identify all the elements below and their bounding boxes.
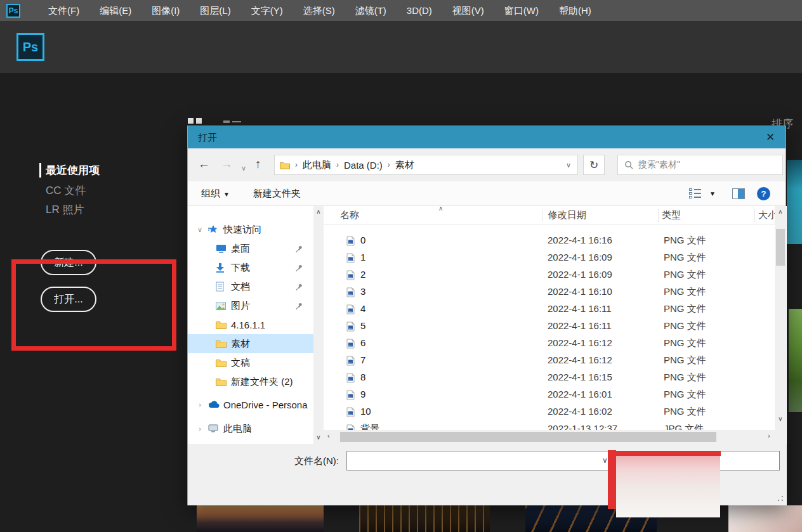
tree-item-material[interactable]: 素材 [188,334,313,353]
up-icon[interactable]: ↑ [255,156,261,172]
menu-item-7[interactable]: 3D(D) [397,0,442,21]
tree-item-downloads[interactable]: 下载 [188,258,313,277]
address-chevron-down-icon[interactable]: ∨ [566,161,571,169]
menu-item-6[interactable]: 滤镜(T) [345,0,397,21]
combo-chevron-down-icon[interactable]: ∨ [602,456,608,465]
column-headers: 名称 ∧ 修改日期 类型 大小 [324,206,775,225]
close-icon[interactable]: ✕ [758,126,783,148]
navigation-tree: ∨快速访问桌面下载文档图片4.16.1.1素材文稿新建文件夹 (2)›OneDr… [188,206,313,444]
list-scrollbar[interactable]: ∧ ∨ [775,206,786,430]
menu-item-9[interactable]: 窗口(W) [494,0,549,21]
file-row[interactable]: 72022-4-1 16:12PNG 文件 [324,353,775,370]
file-row[interactable]: 102022-4-1 16:02PNG 文件 [324,404,775,421]
chevron-right-icon[interactable]: › [195,425,204,432]
file-type: PNG 文件 [664,303,706,315]
tree-item-documents[interactable]: 文档 [188,277,313,296]
file-type: PNG 文件 [664,337,706,349]
file-name: 0 [360,235,365,245]
folder-icon [216,320,227,329]
grid-view-icon[interactable] [196,118,202,124]
tree-item-manuscripts[interactable]: 文稿 [188,353,313,372]
file-row[interactable]: 52022-4-1 16:11PNG 文件 [324,318,775,335]
scroll-down-icon[interactable]: ∨ [313,434,324,441]
search-input[interactable]: 搜索"素材" [617,155,783,175]
dialog-title: 打开 [198,126,217,148]
file-date: 2022-4-1 16:09 [548,269,612,280]
refresh-icon[interactable]: ↻ [583,155,605,175]
file-row[interactable]: 02022-4-1 16:16PNG 文件 [324,233,775,250]
breadcrumb-item-2[interactable]: 素材 [395,159,414,171]
list-view-icon[interactable] [232,121,241,122]
file-type: PNG 文件 [664,406,706,418]
scroll-up-icon[interactable]: ∧ [313,208,324,215]
new-folder-button[interactable]: 新建文件夹 [253,181,301,205]
file-date: 2022-4-1 16:01 [548,389,612,399]
tree-item-desktop[interactable]: 桌面 [188,239,313,258]
file-row[interactable]: 12022-4-1 16:09PNG 文件 [324,250,775,267]
preview-pane-icon[interactable] [732,188,745,199]
scroll-left-icon[interactable]: ‹ [327,432,330,439]
file-row[interactable]: 42022-4-1 16:11PNG 文件 [324,301,775,318]
column-type[interactable]: 类型 [662,209,681,221]
menu-item-10[interactable]: 帮助(H) [549,0,602,21]
file-row[interactable]: 32022-4-1 16:10PNG 文件 [324,284,775,301]
file-name: 9 [360,389,365,399]
breadcrumb[interactable]: ›此电脑›Data (D:)›素材 ∨ [274,155,578,175]
scrollbar-thumb[interactable] [776,229,785,266]
back-icon[interactable]: ← [198,156,210,172]
tree-scrollbar[interactable]: ∧ ∨ [313,206,324,444]
folder-icon [216,377,227,386]
dialog-titlebar[interactable]: 打开 ✕ [188,126,786,148]
file-type: PNG 文件 [664,286,706,298]
scroll-down-icon[interactable]: ∨ [775,415,786,422]
filename-input[interactable] [348,453,596,469]
chevron-right-icon[interactable]: › [195,401,204,408]
tree-item-folder-4-16-1-1[interactable]: 4.16.1.1 [188,315,313,334]
view-chevron-down-icon[interactable]: ▼ [709,190,716,197]
forward-icon[interactable]: → [221,156,233,172]
resize-grip[interactable] [777,495,784,502]
tree-item-pictures[interactable]: 图片 [188,296,313,315]
sidebar-item-cc-files[interactable]: CC 文件 [46,183,86,198]
sidebar-item-lr-photos[interactable]: LR 照片 [46,202,84,217]
file-row[interactable]: 22022-4-1 16:09PNG 文件 [324,267,775,284]
menu-item-2[interactable]: 图像(I) [141,0,190,21]
menu-item-8[interactable]: 视图(V) [442,0,494,21]
breadcrumb-item-1[interactable]: Data (D:) [344,160,383,171]
grid-view-icon[interactable] [188,118,194,124]
tree-item-this-pc[interactable]: ›此电脑 [188,419,313,438]
menu-item-4[interactable]: 文字(Y) [241,0,293,21]
help-icon[interactable]: ? [757,187,770,200]
scrollbar-thumb[interactable] [340,432,716,442]
menu-item-1[interactable]: 编辑(E) [89,0,141,21]
menu-item-3[interactable]: 图层(L) [190,0,240,21]
file-row[interactable]: 92022-4-1 16:01PNG 文件 [324,387,775,404]
history-chevron-down-icon[interactable]: ∨ [241,160,246,176]
organize-button[interactable]: 组织▼ [201,181,230,207]
sidebar-item-recent[interactable]: 最近使用项 [46,163,100,178]
app-bar: Ps [0,21,802,73]
file-row[interactable]: 62022-4-1 16:12PNG 文件 [324,335,775,353]
horizontal-scrollbar[interactable]: ‹ › [324,430,786,444]
tree-item-label: 快速访问 [223,224,261,236]
column-date[interactable]: 修改日期 [548,209,586,221]
file-row[interactable]: 82022-4-1 16:15PNG 文件 [324,370,775,387]
scroll-right-icon[interactable]: › [768,432,770,439]
tree-item-quick-access[interactable]: ∨快速访问 [188,220,313,239]
breadcrumb-item-0[interactable]: 此电脑 [303,159,331,171]
annotation-red-rectangle [11,259,176,351]
menu-item-0[interactable]: 文件(F) [38,0,89,21]
tree-item-onedrive[interactable]: ›OneDrive - Persona [188,395,313,414]
column-name[interactable]: 名称 [340,209,359,221]
list-view-icon[interactable] [223,120,230,123]
details-view-icon[interactable] [689,188,702,199]
breadcrumb-chevron-icon: › [331,160,344,169]
ps-logo-icon: Ps [6,4,20,18]
scroll-up-icon[interactable]: ∧ [775,208,786,215]
image-file-icon [346,390,355,402]
chevron-down-icon[interactable]: ∨ [195,226,204,234]
tree-item-new-folder-2[interactable]: 新建文件夹 (2) [188,372,313,391]
file-row[interactable]: 背景2022-1-13 12:37JPG 文件 [324,421,775,430]
menu-item-5[interactable]: 选择(S) [293,0,345,21]
thumbnail-photo [197,505,324,532]
